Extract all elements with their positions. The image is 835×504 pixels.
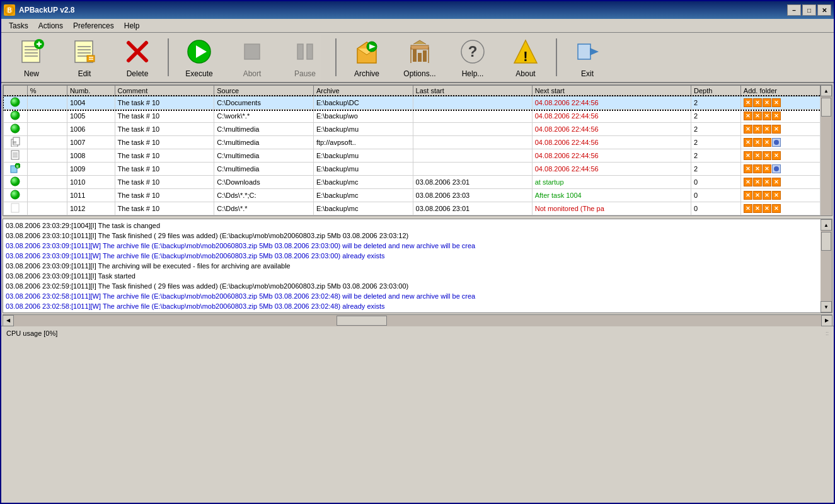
delete-button[interactable]: Delete [112, 35, 163, 80]
help-button[interactable]: ? Help... [447, 35, 498, 80]
cell-last-start: 03.08.2006 23:01 [413, 202, 532, 215]
cell-last-start [413, 123, 532, 136]
new-button[interactable]: New [6, 35, 57, 80]
help-icon: ? [458, 37, 488, 67]
svg-rect-32 [423, 50, 427, 62]
table-row[interactable]: 1008 The task # 10 C:\multimedia E:\back… [4, 149, 821, 163]
app-window: B APBackUP v2.8 – □ ✕ Tasks Actions Pref… [0, 0, 835, 504]
cell-source: C:\work\*.* [214, 110, 314, 123]
cell-depth: 2 [691, 163, 740, 176]
pause-button[interactable]: Pause [280, 35, 330, 80]
h-scroll-track[interactable] [14, 315, 821, 326]
cell-percent [27, 136, 67, 149]
col-archive: Archive [313, 86, 413, 96]
h-scroll-left[interactable]: ◀ [3, 315, 14, 326]
cell-status [4, 123, 28, 136]
options-button[interactable]: Options... [394, 35, 445, 80]
svg-rect-27 [411, 45, 429, 49]
execute-button[interactable]: Execute [174, 35, 224, 80]
table-row[interactable]: 1005 The task # 10 C:\work\*.* E:\backup… [4, 110, 821, 123]
cell-depth: 0 [691, 176, 740, 189]
cell-archive: E:\backup\DC [313, 96, 413, 110]
new-label: New [24, 69, 39, 78]
minimize-button[interactable]: – [787, 4, 801, 16]
new-icon [16, 37, 47, 67]
log-line: 03.08.2006 23:03:10:[1011][I] The Task f… [6, 231, 818, 241]
cell-depth: 2 [691, 110, 740, 123]
col-last-start: Last start [413, 86, 532, 96]
archive-button[interactable]: Archive [342, 35, 392, 80]
svg-point-55 [11, 177, 20, 186]
edit-label: Edit [78, 69, 91, 78]
status-bar: CPU usage [0%] :: [1, 326, 834, 340]
svg-rect-30 [413, 49, 417, 62]
edit-button[interactable]: Edit [59, 35, 110, 80]
cell-number: 1008 [67, 149, 115, 163]
menu-help[interactable]: Help [119, 20, 145, 32]
maximize-button[interactable]: □ [802, 4, 816, 16]
menu-actions[interactable]: Actions [33, 20, 68, 32]
table-scroll-thumb[interactable] [821, 98, 831, 117]
cell-next-start: 04.08.2006 22:44:56 [532, 136, 691, 149]
table-row[interactable]: 1007 The task # 10 C:\multimedia ftp://a… [4, 136, 821, 149]
log-content: 03.08.2006 23:03:29:[1004][I] The task i… [3, 219, 821, 312]
about-button[interactable]: ! About [500, 35, 551, 80]
col-status [4, 86, 28, 96]
cpu-status: CPU usage [0%] [6, 329, 57, 337]
cell-depth: 0 [691, 202, 740, 215]
cell-comment: The task # 10 [115, 110, 214, 123]
cell-number: 1004 [67, 96, 115, 110]
table-row[interactable]: 1012 The task # 10 C:\Dds\*.* E:\backup\… [4, 202, 821, 215]
col-next-start: Next start [532, 86, 691, 96]
cell-percent [27, 163, 67, 176]
cell-comment: The task # 10 [115, 176, 214, 189]
cell-last-start [413, 96, 532, 110]
svg-rect-57 [11, 203, 19, 212]
abort-button[interactable]: Abort [227, 35, 277, 80]
menu-tasks[interactable]: Tasks [4, 20, 33, 32]
svg-rect-23 [297, 44, 303, 59]
log-scroll-thumb[interactable] [821, 232, 831, 251]
cell-add-folder: ✕ ✕ ✕ ✕ [740, 123, 820, 136]
table-scroll-up[interactable]: ▲ [821, 85, 832, 96]
cell-comment: The task # 10 [115, 96, 214, 110]
cell-next-start: at startup [532, 176, 691, 189]
table-row[interactable]: 1006 The task # 10 C:\multimedia E:\back… [4, 123, 821, 136]
about-label: About [515, 69, 535, 78]
cell-comment: The task # 10 [115, 136, 214, 149]
log-line: 03.08.2006 23:02:59:[1011][I] The Task f… [6, 281, 818, 291]
cell-comment: The task # 10 [115, 202, 214, 215]
log-vscrollbar[interactable]: ▲ ▼ [821, 219, 832, 312]
cell-archive: E:\backup\wo [313, 110, 413, 123]
help-label: Help... [462, 69, 484, 78]
table-scroll-area[interactable]: % Numb. Comment Source Archive Last star… [3, 85, 821, 215]
table-row[interactable]: 1010 The task # 10 C:\Downloads E:\backu… [4, 176, 821, 189]
table-row[interactable]: 1004 The task # 10 C:\Documents E:\backu… [4, 96, 821, 110]
cell-last-start: 03.08.2006 23:03 [413, 189, 532, 202]
cell-depth: 2 [691, 136, 740, 149]
pause-icon [290, 37, 320, 67]
exit-button[interactable]: Exit [562, 35, 613, 80]
table-row[interactable]: 1011 The task # 10 C:\Dds\*.*;C: E:\back… [4, 189, 821, 202]
close-button[interactable]: ✕ [817, 4, 831, 16]
cell-comment: The task # 10 [115, 163, 214, 176]
h-scroll-right[interactable]: ▶ [821, 315, 832, 326]
h-scrollbar[interactable]: ◀ ▶ [3, 314, 832, 326]
cell-status [4, 189, 28, 202]
log-scroll-down[interactable]: ▼ [821, 301, 832, 312]
svg-point-40 [11, 111, 20, 120]
log-scroll-up[interactable]: ▲ [821, 219, 832, 231]
cell-next-start: After task 1004 [532, 189, 691, 202]
cell-next-start: 04.08.2006 22:44:56 [532, 123, 691, 136]
col-depth: Depth [691, 86, 740, 96]
menu-preferences[interactable]: Preferences [68, 20, 119, 32]
h-scroll-thumb[interactable] [337, 316, 387, 326]
col-number: Numb. [67, 86, 115, 96]
cell-source: C:\Documents [214, 96, 314, 110]
exit-icon [572, 37, 602, 67]
cell-archive: E:\backup\mu [313, 163, 413, 176]
cell-status: E [4, 163, 28, 176]
table-vscrollbar[interactable]: ▲ [821, 85, 832, 215]
cell-source: C:\Downloads [214, 176, 314, 189]
table-row[interactable]: E 1009 The task # 10 C:\multimedia E:\ba… [4, 163, 821, 176]
